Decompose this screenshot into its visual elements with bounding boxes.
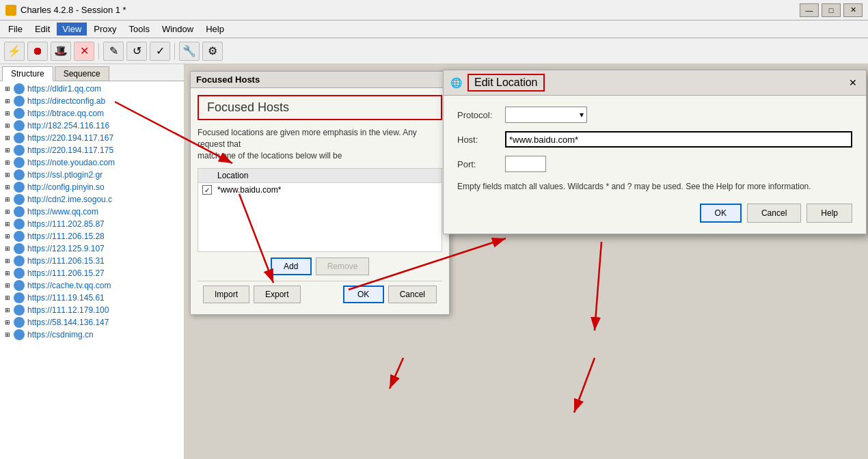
close-button[interactable]: ✕ <box>843 3 863 17</box>
app-icon <box>5 5 16 16</box>
toolbar-wrench[interactable]: 🔧 <box>179 42 200 61</box>
list-item[interactable]: ⊞ https://directconfig.ab <box>0 95 184 107</box>
globe-icon <box>14 133 25 143</box>
svg-line-5 <box>574 358 595 413</box>
list-item[interactable]: ⊞ https://csdnimg.cn <box>0 329 184 341</box>
toolbar-sep2 <box>174 43 175 59</box>
locations-header: Location <box>198 169 442 183</box>
list-item[interactable]: ⊞ https://cache.tv.qq.com <box>0 279 184 292</box>
toolbar-hat[interactable]: 🎩 <box>51 42 71 61</box>
ok-cancel-group: OK Cancel <box>343 286 437 303</box>
list-item[interactable]: ⊞ https://220.194.117.175 <box>0 144 184 156</box>
list-item[interactable]: ⊞ http://182.254.116.116 <box>0 120 184 132</box>
protocol-select[interactable]: ▾ <box>505 107 587 123</box>
toolbar-sep1 <box>98 43 99 59</box>
remove-button[interactable]: Remove <box>316 258 370 275</box>
add-button[interactable]: Add <box>271 258 312 275</box>
toolbar-gear[interactable]: ⚙ <box>202 42 223 61</box>
locations-row[interactable]: ✓ *www.baidu.com* <box>198 183 442 197</box>
list-item[interactable]: ⊞ https://111.206.15.28 <box>0 230 184 242</box>
locations-empty-space <box>198 197 442 251</box>
url-text: https://111.202.85.87 <box>27 219 105 229</box>
import-button[interactable]: Import <box>203 286 249 303</box>
focused-desc: Focused locations are given more emphasi… <box>198 127 442 161</box>
list-item[interactable]: ⊞ http://cdn2.ime.sogou.c <box>0 193 184 206</box>
globe-icon <box>14 255 25 266</box>
titlebar-controls[interactable]: — □ ✕ <box>800 3 863 17</box>
window-title: Charles 4.2.8 - Session 1 * <box>21 5 126 15</box>
list-item[interactable]: ⊞ https://btrace.qq.com <box>0 107 184 120</box>
locations-table: Location ✓ *www.baidu.com* <box>198 168 442 252</box>
protocol-row: Protocol: ▾ <box>457 107 852 123</box>
cancel-button[interactable]: Cancel <box>388 286 437 303</box>
port-input[interactable] <box>505 156 546 172</box>
menu-file[interactable]: File <box>3 23 28 36</box>
svg-line-4 <box>595 242 601 331</box>
toolbar-stop[interactable]: ✕ <box>74 42 94 61</box>
menu-view[interactable]: View <box>57 23 87 36</box>
dialog-help-button[interactable]: Help <box>806 204 852 223</box>
tab-bar: Structure Sequence <box>0 64 184 81</box>
globe-icon <box>14 206 25 217</box>
url-text: http://182.254.116.116 <box>27 121 109 130</box>
list-item[interactable]: ⊞ https://123.125.9.107 <box>0 242 184 255</box>
globe-icon <box>14 182 25 193</box>
expand-icon: ⊞ <box>3 281 12 290</box>
list-item[interactable]: ⊞ https://111.202.85.87 <box>0 218 184 230</box>
menubar: File Edit View Proxy Tools Window Help <box>0 20 868 38</box>
url-text: https://csdnimg.cn <box>27 330 94 339</box>
dialog-btn-row: OK Cancel Help <box>457 204 852 223</box>
expand-icon: ⊞ <box>3 84 12 94</box>
help-text-content: Empty fields match all values. Wildcards… <box>457 182 811 191</box>
toolbar-pencil[interactable]: ✎ <box>103 42 124 61</box>
list-item[interactable]: ⊞ https://220.194.117.167 <box>0 132 184 144</box>
maximize-button[interactable]: □ <box>822 3 841 17</box>
port-label: Port: <box>457 159 505 169</box>
toolbar-refresh[interactable]: ↺ <box>126 42 147 61</box>
url-text: https://123.125.9.107 <box>27 244 105 253</box>
tab-structure[interactable]: Structure <box>2 66 53 81</box>
expand-icon: ⊞ <box>3 109 12 118</box>
url-text: http://cdn2.ime.sogou.c <box>27 195 112 204</box>
host-input[interactable] <box>505 131 852 148</box>
toolbar: ⚡ ⏺ 🎩 ✕ ✎ ↺ ✓ 🔧 ⚙ <box>0 38 868 64</box>
list-item[interactable]: ⊞ https://note.youdao.com <box>0 156 184 169</box>
dropdown-arrow-icon: ▾ <box>580 110 584 120</box>
dialog-ok-button[interactable]: OK <box>700 204 742 223</box>
list-item[interactable]: ⊞ https://58.144.136.147 <box>0 316 184 329</box>
url-text: https://cache.tv.qq.com <box>27 281 111 290</box>
dialog-cancel-button[interactable]: Cancel <box>747 204 801 223</box>
ok-button[interactable]: OK <box>343 286 384 303</box>
panel-titlebar: Focused Hosts <box>191 72 449 88</box>
list-item[interactable]: ⊞ https://111.206.15.31 <box>0 255 184 267</box>
menu-window[interactable]: Window <box>157 23 199 36</box>
list-item[interactable]: ⊞ https://111.206.15.27 <box>0 267 184 279</box>
minimize-button[interactable]: — <box>800 3 819 17</box>
menu-help[interactable]: Help <box>200 23 230 36</box>
list-item[interactable]: ⊞ https://dldir1.qq.com <box>0 83 184 95</box>
toolbar-lightning[interactable]: ⚡ <box>4 42 25 61</box>
list-item[interactable]: ⊞ https://111.12.179.100 <box>0 304 184 316</box>
tab-sequence[interactable]: Sequence <box>55 66 109 81</box>
menu-tools[interactable]: Tools <box>124 23 155 36</box>
url-text: https://btrace.qq.com <box>27 109 104 118</box>
location-checkbox[interactable]: ✓ <box>202 185 212 195</box>
port-row: Port: <box>457 156 852 172</box>
globe-icon <box>14 108 25 119</box>
toolbar-check[interactable]: ✓ <box>150 42 170 61</box>
expand-icon: ⊞ <box>3 121 12 130</box>
list-item[interactable]: ⊞ https://111.19.145.61 <box>0 292 184 304</box>
menu-edit[interactable]: Edit <box>29 23 55 36</box>
expand-icon: ⊞ <box>3 170 12 180</box>
globe-icon <box>14 305 25 316</box>
dialog-close-button[interactable]: ✕ <box>847 76 859 89</box>
host-row: Host: <box>457 131 852 148</box>
list-item[interactable]: ⊞ https://ssl.ptlogin2.gr <box>0 169 184 181</box>
url-text: https://58.144.136.147 <box>27 318 109 327</box>
menu-proxy[interactable]: Proxy <box>88 23 122 36</box>
toolbar-record[interactable]: ⏺ <box>27 42 48 61</box>
list-item[interactable]: ⊞ https://www.qq.com <box>0 206 184 218</box>
export-button[interactable]: Export <box>254 286 301 303</box>
globe-icon <box>14 83 25 94</box>
list-item[interactable]: ⊞ http://config.pinyin.so <box>0 181 184 193</box>
